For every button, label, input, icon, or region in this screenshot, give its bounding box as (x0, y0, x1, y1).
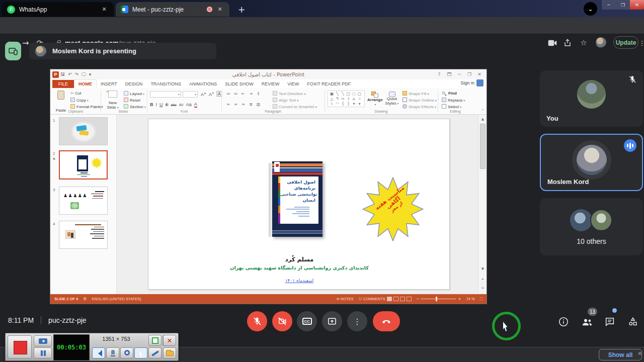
tile-presenter[interactable]: Moslem Kord (540, 134, 643, 191)
pause-button[interactable] (34, 347, 52, 358)
align-center-button[interactable]: ≡ (233, 102, 238, 107)
captions-button[interactable]: CC (297, 311, 317, 331)
shapes-gallery[interactable]: ▣╲╲□○▢ △↰⇨⇩⌂☆ ⌇◠{}✦▾ (328, 90, 365, 107)
new-tab-button[interactable]: + (235, 4, 248, 16)
zoom-slider-thumb[interactable] (436, 297, 437, 301)
meeting-details-button[interactable] (557, 315, 570, 328)
ppt-slide-canvas[interactable]: اصول اخلاقی برنامه‌های توانبخشی شناختی ا… (117, 115, 478, 295)
zoom-in-icon[interactable]: + (458, 297, 461, 301)
tile-others[interactable]: 10 others (540, 198, 643, 255)
show-all-downloads-button[interactable]: Show all (599, 349, 642, 360)
convert-smartart-button[interactable]: Convert to SmartArt▾ (273, 104, 317, 109)
ppt-tab-design[interactable]: DESIGN (121, 80, 147, 88)
microphone-toggle-button[interactable] (106, 347, 119, 358)
mic-mute-button[interactable] (247, 311, 267, 331)
increase-indent-button[interactable]: ⇥ (248, 91, 254, 96)
region-select-button[interactable] (148, 335, 162, 346)
bold-button[interactable]: B (150, 102, 153, 107)
spellcheck-icon[interactable]: 🖹 (83, 297, 87, 301)
slide-thumbnail-2[interactable] (59, 150, 108, 179)
ppt-tab-insert[interactable]: INSERT (97, 80, 121, 88)
tab-close-icon[interactable]: ✕ (100, 5, 109, 14)
format-painter-button[interactable]: Format Painter (70, 104, 103, 109)
arrange-button[interactable]: Arrange▾ (367, 92, 382, 107)
layout-button[interactable]: Layout▾ (124, 91, 144, 96)
small-strike-button[interactable]: abc (171, 103, 177, 107)
tab-search-chevron-icon[interactable]: ⌄ (584, 2, 597, 16)
scroll-up-icon[interactable]: ▲ (479, 116, 486, 122)
replace-button[interactable]: Replace▾ (442, 98, 465, 103)
char-spacing-button[interactable]: AV (179, 103, 184, 107)
fit-slide-icon[interactable]: ⛶ (480, 297, 482, 302)
previous-slide-icon[interactable]: ⏶ (479, 276, 486, 282)
ppt-restore-icon[interactable]: ❐ (464, 72, 474, 77)
activities-button[interactable] (626, 315, 639, 328)
collapse-ribbon-icon[interactable]: ⌃ (481, 109, 485, 113)
ppt-minimize-icon[interactable]: ─ (454, 72, 464, 77)
align-left-button[interactable]: ≡ (225, 102, 231, 107)
open-folder-button[interactable] (163, 347, 176, 358)
recorder-close-button[interactable]: ✕ (163, 335, 176, 346)
share-icon[interactable] (562, 37, 574, 49)
window-minimize-button[interactable]: ─ (602, 0, 616, 10)
ppt-help-icon[interactable]: ? (434, 72, 444, 77)
speaker-toggle-button[interactable] (92, 347, 105, 358)
tile-you[interactable]: You (540, 70, 643, 127)
numbering-button[interactable]: ≕ (233, 91, 238, 96)
zoom-level[interactable]: 74 % (466, 297, 475, 301)
bookmark-star-icon[interactable]: ☆ (578, 37, 590, 49)
chrome-update-button[interactable]: Update (613, 36, 638, 49)
tab-meet[interactable]: Meet - puc-zztz-pje ✕ (116, 2, 229, 17)
next-slide-icon[interactable]: ⏷ (479, 285, 486, 291)
slide-thumbnail-1[interactable] (59, 117, 108, 145)
present-button[interactable] (322, 311, 342, 331)
justify-button[interactable]: ≣ (248, 102, 254, 107)
align-text-button[interactable]: Align Text▾ (273, 98, 299, 103)
tab-whatsapp[interactable]: ✆ WhatsApp ✕ (2, 2, 114, 17)
language-indicator[interactable]: ENGLISH (UNITED STATES) (92, 297, 141, 301)
slide-thumbnail-4[interactable] (59, 221, 108, 249)
more-options-button[interactable]: ⋮ (347, 311, 367, 331)
notes-icon[interactable]: ≡ (336, 297, 339, 301)
line-spacing-button[interactable]: ⇕ (256, 91, 261, 96)
font-name-select[interactable]: ▾ ▾ A▲ A▼ 🄰 (150, 91, 224, 98)
notes-button[interactable]: NOTES (341, 297, 354, 301)
shrink-font-button[interactable]: A▼ (209, 92, 214, 97)
record-stop-button[interactable] (8, 335, 32, 358)
copy-button[interactable]: Copy▾ (70, 98, 89, 103)
columns-button[interactable]: ▥ (256, 102, 261, 107)
grow-font-button[interactable]: A▲ (201, 92, 206, 97)
screenshot-button[interactable] (34, 335, 52, 346)
zoom-slider[interactable] (421, 299, 456, 299)
ppt-tab-view[interactable]: VIEW (283, 80, 303, 88)
comments-icon[interactable]: 🗩 (359, 297, 363, 301)
paste-button[interactable] (54, 90, 67, 108)
find-button[interactable]: 🔍Find (442, 91, 457, 96)
cut-button[interactable]: ✂ Cut (70, 91, 81, 96)
webcam-toggle-button[interactable] (120, 347, 133, 358)
window-close-button[interactable]: ✕ (630, 0, 644, 10)
reading-view-button[interactable] (400, 297, 405, 301)
align-right-button[interactable]: ≡ (240, 102, 246, 107)
section-button[interactable]: Section▾ (124, 104, 146, 109)
current-slide[interactable]: اصول اخلاقی برنامه‌های توانبخشی شناختی ا… (148, 119, 450, 290)
ppt-close-icon[interactable]: ✕ (474, 72, 485, 77)
window-maximize-button[interactable]: ❐ (616, 0, 630, 10)
leave-call-button[interactable] (373, 311, 400, 331)
scroll-down-icon[interactable]: ▼ (479, 265, 486, 272)
ppt-ribbon-options-icon[interactable]: 🗖 (444, 72, 454, 77)
ppt-tab-home[interactable]: HOME (74, 79, 97, 88)
cursor-capture-button[interactable] (134, 347, 147, 358)
ppt-tab-foxit[interactable]: FOXIT READER PDF (303, 80, 355, 88)
scrollbar-thumb[interactable] (480, 124, 486, 169)
ppt-tab-slideshow[interactable]: SLIDE SHOW (221, 80, 258, 88)
italic-button[interactable]: I (156, 102, 157, 107)
slide-sorter-view-button[interactable] (393, 297, 398, 301)
underline-button[interactable]: U (159, 102, 163, 107)
shape-fill-button[interactable]: Shape Fill▾ (403, 91, 429, 96)
shape-outline-button[interactable]: Shape Outline▾ (403, 98, 437, 103)
chat-button[interactable] (603, 315, 616, 328)
downloads-bar-close-icon[interactable]: ✕ (637, 350, 642, 357)
ppt-tab-transitions[interactable]: TRANSITIONS (146, 80, 185, 88)
select-button[interactable]: Select▾ (442, 104, 461, 109)
